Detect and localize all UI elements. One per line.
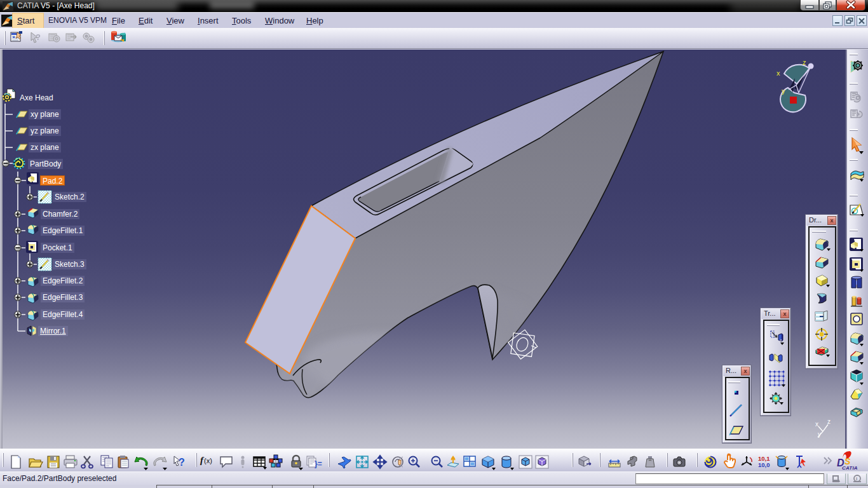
svg-text:x: x [815, 421, 818, 428]
svg-text:}=: }= [315, 459, 322, 468]
svg-text:y: y [818, 431, 821, 438]
svg-text:(x): (x) [204, 457, 212, 464]
svg-text:x: x [776, 69, 780, 77]
svg-text:10,0: 10,0 [758, 461, 770, 468]
svg-text:CATIA: CATIA [842, 465, 858, 471]
svg-text:z: z [803, 58, 806, 66]
svg-text:?: ? [179, 457, 185, 468]
svg-text:i: i [856, 476, 857, 482]
svg-text:?: ? [36, 32, 41, 42]
svg-text:y: y [782, 87, 785, 95]
svg-text:z: z [827, 418, 831, 425]
